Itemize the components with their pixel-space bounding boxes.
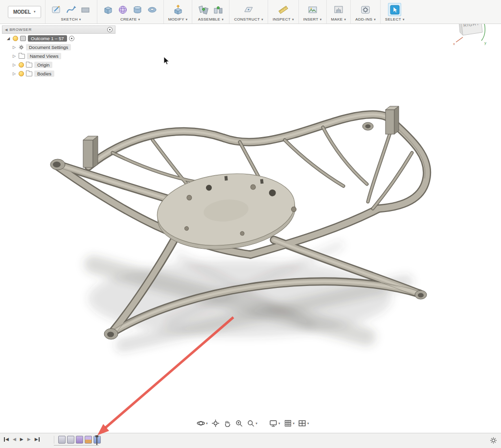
toolbar-group-insert: INSERT▾ [298,0,326,24]
create-sphere-mesh-icon[interactable] [116,3,130,16]
construct-menu[interactable]: CONSTRUCT▾ [234,17,263,22]
dropdown-caret-icon: ▾ [374,18,376,22]
timeline-feature-form[interactable] [76,436,83,444]
select-tool-icon[interactable] [388,3,401,16]
zoom-window-icon[interactable] [234,418,244,428]
expand-triangle-icon[interactable]: ◢ [6,36,11,41]
dropdown-caret-icon: ▾ [403,18,405,22]
orbit-icon[interactable]: ▾ [196,418,209,428]
tree-label-document-settings[interactable]: Document Settings [26,44,71,50]
tree-label-named-views[interactable]: Named Views [27,53,61,59]
play-icon[interactable]: ▶ [20,437,23,442]
toolbar-group-create: CREATE▾ [97,0,163,24]
dropdown-caret-icon: ▾ [261,18,263,22]
tree-label-bodies[interactable]: Bodies [34,71,54,77]
look-at-icon[interactable] [210,418,221,428]
timeline-feature-body-2[interactable] [67,436,74,444]
rectangle-tool-icon[interactable] [79,3,92,16]
component-body-icon [20,36,26,41]
viewports-icon[interactable]: ▾ [297,418,310,428]
tree-row-outcome[interactable]: ◢ Outcome 1 – 57 [2,34,115,43]
collapse-triangle-icon[interactable]: ▷ [12,63,17,67]
timeline-playback-controls: ◀ ◀ ▶ ▶ ▶ [4,437,40,442]
dropdown-caret-icon: ▾ [292,18,294,22]
skip-to-end-icon[interactable]: ▶ [35,437,40,442]
view-navigation-bar: ▾ ▾ ▾ ▾ ▾ [194,418,312,429]
mouse-cursor-icon [163,57,170,66]
visibility-bulb-icon[interactable] [19,71,24,76]
gear-icon [19,45,24,50]
toolbar-group-sketch: SKETCH▾ [45,0,97,24]
create-sketch-icon[interactable] [50,3,63,16]
sketch-menu[interactable]: SKETCH▾ [61,17,81,22]
tree-label-outcome[interactable]: Outcome 1 – 57 [28,35,67,42]
pan-hand-icon[interactable] [222,418,232,428]
dropdown-caret-icon: ▾ [206,422,208,425]
mount-post-left [83,136,98,167]
make-3d-print-icon[interactable] [332,3,345,16]
toolbar-group-select: SELECT▾ [380,0,409,24]
insert-menu[interactable]: INSERT▾ [303,17,322,22]
display-settings-icon[interactable]: ▾ [268,418,281,428]
workspace-switcher[interactable]: MODEL ▾ [8,6,41,18]
folder-icon [26,71,32,76]
tree-row-origin[interactable]: ▷ Origin [2,60,115,69]
scripts-addins-icon[interactable] [359,3,372,16]
timeline-track[interactable] [54,445,99,446]
tree-row-bodies[interactable]: ▷ Bodies [2,69,115,78]
grid-settings-icon[interactable]: ▾ [283,418,296,428]
inspect-menu[interactable]: INSPECT▾ [273,17,294,22]
create-torus-icon[interactable] [146,3,159,16]
collapse-browser-icon[interactable]: ◀ [5,28,7,32]
addins-menu[interactable]: ADD-INS▾ [355,17,376,22]
dropdown-caret-icon: ▾ [256,422,258,425]
zoom-icon[interactable]: ▾ [246,418,259,428]
timeline-position-marker[interactable] [96,435,97,445]
create-box-icon[interactable] [102,3,115,16]
step-forward-icon[interactable]: ▶ [27,437,31,442]
measure-icon[interactable] [276,3,290,16]
browser-header: ◀ BROWSER [2,25,115,34]
assemble-menu[interactable]: ASSEMBLE▾ [198,17,224,22]
select-menu[interactable]: SELECT▾ [385,17,405,22]
modify-menu[interactable]: MODIFY▾ [168,17,188,22]
boss-left [50,159,65,170]
boss-top-right [363,122,373,130]
collapse-triangle-icon[interactable]: ▷ [12,54,17,58]
visibility-bulb-icon[interactable] [19,62,24,68]
visibility-bulb-icon[interactable] [13,36,18,41]
dropdown-caret-icon: ▾ [34,10,36,14]
timeline-bar: ◀ ◀ ▶ ▶ ▶ [0,433,501,448]
collapse-triangle-icon[interactable]: ▷ [12,71,17,76]
collapse-triangle-icon[interactable]: ▷ [12,45,17,49]
skip-to-start-icon[interactable]: ◀ [4,437,9,442]
press-pull-icon[interactable] [171,3,184,16]
step-back-icon[interactable]: ◀ [13,437,16,442]
insert-canvas-icon[interactable] [306,3,319,16]
timeline-feature-body-1[interactable] [58,436,66,444]
browser-title: BROWSER [9,27,32,32]
dropdown-caret-icon: ▾ [222,18,224,22]
timeline-feature-combined[interactable] [85,436,92,444]
create-menu[interactable]: CREATE▾ [120,17,140,22]
construction-plane-icon[interactable] [242,3,255,16]
tree-row-document-settings[interactable]: ▷ Document Settings [2,43,115,51]
main-toolbar: MODEL ▾ SKETCH▾ CREATE▾ [0,0,501,24]
dropdown-caret-icon: ▾ [278,422,280,425]
new-component-icon[interactable] [197,3,210,16]
tree-row-named-views[interactable]: ▷ Named Views [2,51,115,60]
activate-component-radio[interactable] [69,36,74,41]
toolbar-group-modify: MODIFY▾ [163,0,192,24]
joint-icon[interactable] [211,3,225,16]
dropdown-caret-icon: ▾ [138,18,140,22]
browser-options-icon[interactable] [107,27,113,32]
model-canvas[interactable] [29,93,460,372]
make-menu[interactable]: MAKE▾ [331,17,346,22]
tree-label-origin[interactable]: Origin [34,62,52,68]
timeline-settings-gear-icon[interactable] [490,437,497,446]
boss-right [415,290,427,299]
workspace-label: MODEL [13,9,31,15]
create-cylinder-icon[interactable] [131,3,144,16]
toolbar-group-inspect: INSPECT▾ [268,0,298,24]
spline-tool-icon[interactable] [65,3,78,16]
